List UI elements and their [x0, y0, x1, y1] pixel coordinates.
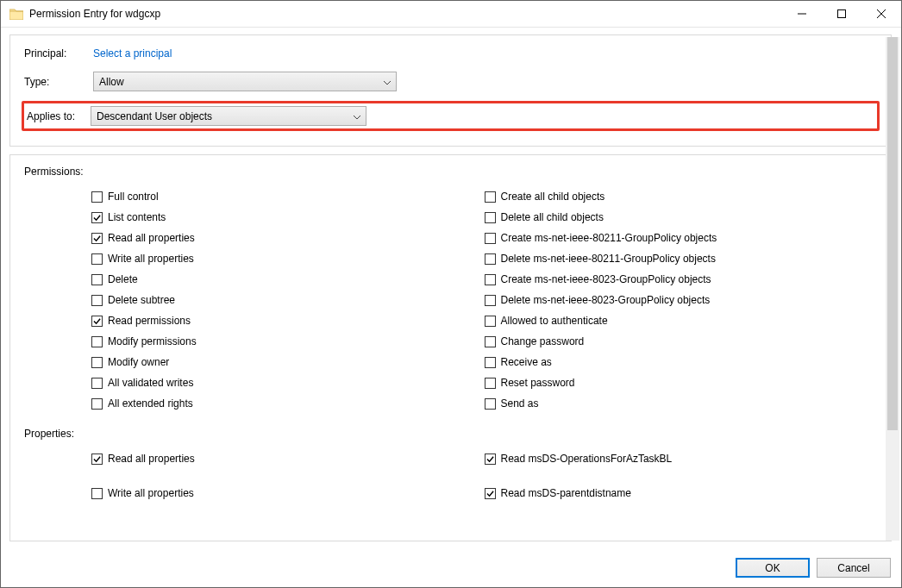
permission-label: Delete [108, 273, 138, 285]
principal-panel: Principal: Select a principal Type: Allo… [9, 34, 892, 147]
permission-row: Receive as [485, 352, 878, 372]
permission-label: Create all child objects [501, 191, 605, 203]
permission-label: Delete all child objects [501, 211, 604, 223]
permission-checkbox[interactable] [485, 398, 496, 410]
permission-label: Read all properties [108, 232, 195, 244]
permission-label: Modify permissions [108, 335, 197, 347]
permission-checkbox[interactable] [91, 212, 103, 223]
property-checkbox[interactable] [91, 488, 103, 499]
permission-label: Change password [501, 335, 585, 347]
permission-label: Receive as [501, 356, 552, 368]
permission-checkbox[interactable] [91, 274, 103, 285]
permissions-panel: Permissions: Full controlList contentsRe… [9, 154, 892, 541]
permission-checkbox[interactable] [91, 398, 103, 410]
permission-checkbox[interactable] [91, 295, 103, 306]
property-label: Read msDS-OperationsForAzTaskBL [501, 453, 673, 465]
permission-checkbox[interactable] [91, 336, 103, 347]
permission-row: Write all properties [91, 248, 485, 269]
permission-checkbox[interactable] [485, 336, 496, 347]
applies-to-label: Applies to: [27, 110, 91, 122]
permission-row: Create ms-net-ieee-8023-GroupPolicy obje… [485, 269, 878, 290]
type-label: Type: [24, 76, 93, 88]
permission-checkbox[interactable] [485, 357, 496, 368]
permission-checkbox[interactable] [485, 295, 496, 306]
applies-to-combo-value: Descendant User objects [97, 110, 212, 122]
scrollbar-thumb[interactable] [887, 37, 898, 430]
permission-label: All extended rights [108, 397, 193, 410]
permission-checkbox[interactable] [485, 378, 496, 389]
permission-row: All validated writes [91, 372, 485, 393]
property-checkbox[interactable] [485, 488, 496, 499]
select-principal-link[interactable]: Select a principal [93, 47, 172, 59]
property-label: Read all properties [108, 453, 195, 465]
permission-label: Send as [501, 397, 539, 410]
applies-to-row-highlight: Applies to: Descendant User objects [22, 101, 880, 131]
chevron-down-icon [354, 110, 360, 122]
permission-label: All validated writes [108, 377, 193, 389]
permission-checkbox[interactable] [91, 378, 103, 389]
permission-checkbox[interactable] [485, 253, 496, 265]
permission-label: Modify owner [108, 356, 169, 368]
permission-row: Allowed to authenticate [485, 310, 878, 331]
permission-label: Delete subtree [108, 294, 175, 306]
minimize-button[interactable] [782, 1, 822, 28]
permission-checkbox[interactable] [485, 316, 496, 327]
permission-label: Delete ms-net-ieee-8023-GroupPolicy obje… [501, 294, 711, 306]
cancel-button[interactable]: Cancel [817, 558, 891, 578]
permission-row: Full control [91, 186, 485, 207]
permission-row: Read permissions [91, 310, 485, 331]
permission-checkbox[interactable] [485, 233, 496, 244]
permission-row: Send as [485, 393, 878, 414]
permissions-section-label: Permissions: [24, 166, 877, 178]
applies-to-combo[interactable]: Descendant User objects [91, 106, 366, 126]
property-label: Write all properties [108, 487, 194, 499]
property-row: Read msDS-OperationsForAzTaskBL [485, 448, 878, 469]
principal-label: Principal: [24, 47, 93, 59]
permission-row: Delete all child objects [485, 207, 878, 228]
permission-row: Delete [91, 269, 485, 290]
chevron-down-icon [384, 76, 391, 88]
permission-row: List contents [91, 207, 485, 228]
permission-checkbox[interactable] [485, 212, 496, 223]
type-combo[interactable]: Allow [93, 72, 397, 91]
property-checkbox[interactable] [485, 454, 496, 465]
permission-label: Delete ms-net-ieee-80211-GroupPolicy obj… [501, 253, 716, 265]
property-row: Read all properties [91, 448, 485, 469]
permission-label: List contents [108, 211, 166, 223]
ok-button[interactable]: OK [736, 558, 810, 578]
permission-row: Delete ms-net-ieee-8023-GroupPolicy obje… [485, 290, 878, 310]
permission-row: All extended rights [91, 393, 485, 414]
vertical-scrollbar[interactable] [886, 37, 899, 541]
permission-row: Read all properties [91, 228, 485, 248]
permission-label: Reset password [501, 377, 575, 389]
permission-checkbox[interactable] [485, 274, 496, 285]
permission-checkbox[interactable] [91, 233, 103, 244]
permission-row: Delete ms-net-ieee-80211-GroupPolicy obj… [485, 248, 878, 269]
maximize-button[interactable] [822, 1, 861, 28]
permission-row: Delete subtree [91, 290, 485, 310]
close-button[interactable] [861, 1, 901, 28]
property-row: Read msDS-parentdistname [485, 483, 878, 504]
property-label: Read msDS-parentdistname [501, 487, 631, 499]
permission-row: Modify owner [91, 352, 485, 372]
permission-checkbox[interactable] [91, 316, 103, 327]
property-checkbox[interactable] [91, 454, 103, 465]
window-title: Permission Entry for wdgcxp [29, 8, 782, 20]
permission-label: Full control [108, 191, 159, 203]
property-row: Write all properties [91, 483, 485, 504]
permission-checkbox[interactable] [91, 357, 103, 368]
permission-row: Modify permissions [91, 331, 485, 352]
permission-label: Create ms-net-ieee-8023-GroupPolicy obje… [501, 273, 711, 285]
permission-label: Allowed to authenticate [501, 315, 608, 327]
permission-row: Create all child objects [485, 186, 878, 207]
permission-label: Write all properties [108, 253, 194, 265]
permission-checkbox[interactable] [91, 191, 103, 203]
titlebar: Permission Entry for wdgcxp [1, 1, 901, 28]
permission-row: Create ms-net-ieee-80211-GroupPolicy obj… [485, 228, 878, 248]
permission-label: Read permissions [108, 315, 191, 327]
svg-rect-0 [838, 10, 846, 18]
permission-checkbox[interactable] [91, 253, 103, 265]
properties-section-label: Properties: [24, 428, 877, 440]
permission-checkbox[interactable] [485, 191, 496, 203]
type-combo-value: Allow [99, 76, 124, 88]
